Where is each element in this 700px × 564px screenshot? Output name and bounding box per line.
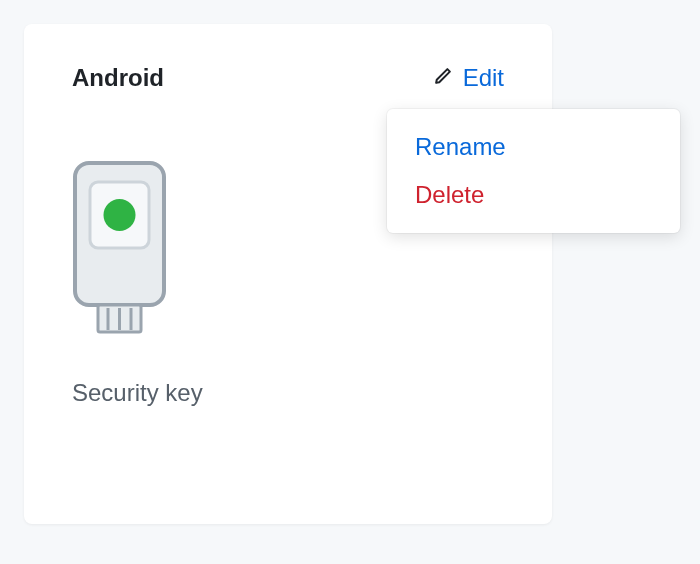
svg-point-2 [104,199,136,231]
rename-menu-item[interactable]: Rename [387,123,680,171]
pencil-icon [433,64,453,92]
edit-button-label: Edit [463,64,504,92]
card-title: Android [72,64,164,92]
edit-dropdown-menu: Rename Delete [387,109,680,233]
edit-button[interactable]: Edit [433,64,504,92]
delete-menu-item[interactable]: Delete [387,171,680,219]
security-key-card: Android Edit Security key [24,24,552,524]
card-header: Android Edit [72,64,504,92]
card-subtitle: Security key [72,379,504,407]
